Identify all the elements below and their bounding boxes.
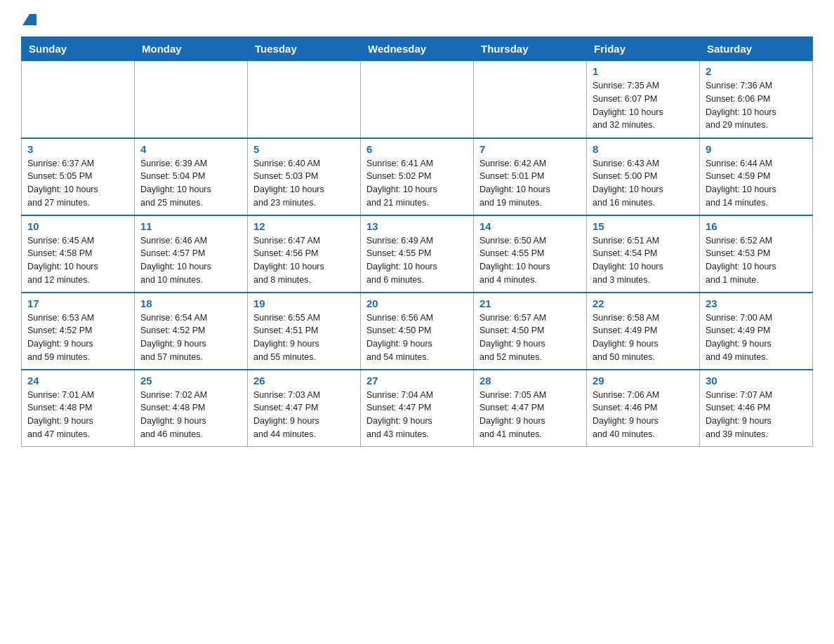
day-info: Sunrise: 6:44 AM Sunset: 4:59 PM Dayligh… — [706, 157, 807, 210]
calendar-cell — [361, 61, 474, 138]
calendar-cell: 9Sunrise: 6:44 AM Sunset: 4:59 PM Daylig… — [700, 138, 813, 215]
day-info: Sunrise: 7:05 AM Sunset: 4:47 PM Dayligh… — [479, 389, 581, 441]
calendar-week-row: 24Sunrise: 7:01 AM Sunset: 4:48 PM Dayli… — [22, 370, 813, 447]
calendar-cell: 28Sunrise: 7:05 AM Sunset: 4:47 PM Dayli… — [474, 370, 587, 447]
calendar-cell: 18Sunrise: 6:54 AM Sunset: 4:52 PM Dayli… — [135, 293, 248, 370]
day-number: 18 — [140, 297, 241, 309]
weekday-header-friday: Friday — [587, 37, 700, 61]
day-number: 17 — [27, 297, 128, 309]
day-number: 12 — [253, 220, 355, 232]
day-number: 28 — [479, 375, 581, 387]
day-info: Sunrise: 6:56 AM Sunset: 4:50 PM Dayligh… — [366, 311, 468, 364]
weekday-header-thursday: Thursday — [474, 37, 587, 61]
calendar-cell: 7Sunrise: 6:42 AM Sunset: 5:01 PM Daylig… — [474, 138, 587, 215]
day-info: Sunrise: 6:57 AM Sunset: 4:50 PM Dayligh… — [479, 311, 581, 364]
calendar-cell: 29Sunrise: 7:06 AM Sunset: 4:46 PM Dayli… — [587, 370, 700, 447]
page-header — [21, 14, 813, 24]
day-info: Sunrise: 7:00 AM Sunset: 4:49 PM Dayligh… — [706, 311, 807, 364]
day-info: Sunrise: 7:35 AM Sunset: 6:07 PM Dayligh… — [593, 79, 694, 132]
calendar-cell: 12Sunrise: 6:47 AM Sunset: 4:56 PM Dayli… — [248, 215, 361, 293]
day-number: 2 — [706, 65, 807, 77]
calendar-cell: 25Sunrise: 7:02 AM Sunset: 4:48 PM Dayli… — [135, 370, 248, 447]
day-info: Sunrise: 6:58 AM Sunset: 4:49 PM Dayligh… — [593, 311, 694, 364]
calendar-week-row: 1Sunrise: 7:35 AM Sunset: 6:07 PM Daylig… — [22, 61, 813, 138]
weekday-header-saturday: Saturday — [700, 37, 813, 61]
day-number: 4 — [140, 143, 241, 155]
day-number: 27 — [366, 375, 468, 387]
calendar-cell: 24Sunrise: 7:01 AM Sunset: 4:48 PM Dayli… — [22, 370, 135, 447]
weekday-header-wednesday: Wednesday — [361, 37, 474, 61]
day-number: 21 — [479, 297, 581, 309]
day-info: Sunrise: 6:51 AM Sunset: 4:54 PM Dayligh… — [593, 234, 694, 287]
day-number: 20 — [366, 297, 468, 309]
day-number: 19 — [253, 297, 355, 309]
calendar-cell: 21Sunrise: 6:57 AM Sunset: 4:50 PM Dayli… — [474, 293, 587, 370]
day-info: Sunrise: 6:53 AM Sunset: 4:52 PM Dayligh… — [27, 311, 128, 364]
day-info: Sunrise: 6:50 AM Sunset: 4:55 PM Dayligh… — [479, 234, 581, 287]
day-info: Sunrise: 6:45 AM Sunset: 4:58 PM Dayligh… — [27, 234, 128, 287]
day-info: Sunrise: 7:06 AM Sunset: 4:46 PM Dayligh… — [593, 389, 694, 441]
calendar-week-row: 3Sunrise: 6:37 AM Sunset: 5:05 PM Daylig… — [22, 138, 813, 215]
calendar-cell: 6Sunrise: 6:41 AM Sunset: 5:02 PM Daylig… — [361, 138, 474, 215]
day-number: 29 — [593, 375, 694, 387]
day-info: Sunrise: 6:42 AM Sunset: 5:01 PM Dayligh… — [479, 157, 581, 210]
calendar-table: SundayMondayTuesdayWednesdayThursdayFrid… — [21, 36, 813, 447]
calendar-cell: 16Sunrise: 6:52 AM Sunset: 4:53 PM Dayli… — [700, 215, 813, 293]
day-info: Sunrise: 7:04 AM Sunset: 4:47 PM Dayligh… — [366, 389, 468, 441]
day-number: 9 — [706, 143, 807, 155]
day-number: 6 — [366, 143, 468, 155]
day-info: Sunrise: 6:52 AM Sunset: 4:53 PM Dayligh… — [706, 234, 807, 287]
weekday-header-sunday: Sunday — [22, 37, 135, 61]
day-info: Sunrise: 6:39 AM Sunset: 5:04 PM Dayligh… — [140, 157, 241, 210]
weekday-header-row: SundayMondayTuesdayWednesdayThursdayFrid… — [22, 37, 813, 61]
calendar-cell — [474, 61, 587, 138]
day-number: 13 — [366, 220, 468, 232]
day-info: Sunrise: 6:46 AM Sunset: 4:57 PM Dayligh… — [140, 234, 241, 287]
calendar-cell: 22Sunrise: 6:58 AM Sunset: 4:49 PM Dayli… — [587, 293, 700, 370]
day-number: 14 — [479, 220, 581, 232]
day-info: Sunrise: 7:02 AM Sunset: 4:48 PM Dayligh… — [140, 389, 241, 441]
day-info: Sunrise: 7:01 AM Sunset: 4:48 PM Dayligh… — [27, 389, 128, 441]
day-info: Sunrise: 6:37 AM Sunset: 5:05 PM Dayligh… — [27, 157, 128, 210]
calendar-cell: 30Sunrise: 7:07 AM Sunset: 4:46 PM Dayli… — [700, 370, 813, 447]
weekday-header-monday: Monday — [135, 37, 248, 61]
day-info: Sunrise: 6:47 AM Sunset: 4:56 PM Dayligh… — [253, 234, 355, 287]
calendar-cell: 8Sunrise: 6:43 AM Sunset: 5:00 PM Daylig… — [587, 138, 700, 215]
day-info: Sunrise: 6:55 AM Sunset: 4:51 PM Dayligh… — [253, 311, 355, 364]
calendar-cell: 26Sunrise: 7:03 AM Sunset: 4:47 PM Dayli… — [248, 370, 361, 447]
day-number: 30 — [706, 375, 807, 387]
calendar-cell: 3Sunrise: 6:37 AM Sunset: 5:05 PM Daylig… — [22, 138, 135, 215]
day-info: Sunrise: 7:07 AM Sunset: 4:46 PM Dayligh… — [706, 389, 807, 441]
day-number: 11 — [140, 220, 241, 232]
calendar-cell: 2Sunrise: 7:36 AM Sunset: 6:06 PM Daylig… — [700, 61, 813, 138]
calendar-cell — [248, 61, 361, 138]
day-number: 7 — [479, 143, 581, 155]
day-number: 3 — [27, 143, 128, 155]
calendar-week-row: 17Sunrise: 6:53 AM Sunset: 4:52 PM Dayli… — [22, 293, 813, 370]
day-number: 23 — [706, 297, 807, 309]
logo — [21, 14, 37, 24]
calendar-cell: 17Sunrise: 6:53 AM Sunset: 4:52 PM Dayli… — [22, 293, 135, 370]
calendar-cell: 15Sunrise: 6:51 AM Sunset: 4:54 PM Dayli… — [587, 215, 700, 293]
day-number: 24 — [27, 375, 128, 387]
calendar-cell: 14Sunrise: 6:50 AM Sunset: 4:55 PM Dayli… — [474, 215, 587, 293]
day-info: Sunrise: 6:54 AM Sunset: 4:52 PM Dayligh… — [140, 311, 241, 364]
day-info: Sunrise: 7:36 AM Sunset: 6:06 PM Dayligh… — [706, 79, 807, 132]
calendar-cell: 27Sunrise: 7:04 AM Sunset: 4:47 PM Dayli… — [361, 370, 474, 447]
calendar-week-row: 10Sunrise: 6:45 AM Sunset: 4:58 PM Dayli… — [22, 215, 813, 293]
day-number: 8 — [593, 143, 694, 155]
calendar-cell — [22, 61, 135, 138]
calendar-cell: 1Sunrise: 7:35 AM Sunset: 6:07 PM Daylig… — [587, 61, 700, 138]
calendar-cell: 23Sunrise: 7:00 AM Sunset: 4:49 PM Dayli… — [700, 293, 813, 370]
day-number: 16 — [706, 220, 807, 232]
day-number: 25 — [140, 375, 241, 387]
day-info: Sunrise: 7:03 AM Sunset: 4:47 PM Dayligh… — [253, 389, 355, 441]
day-number: 22 — [593, 297, 694, 309]
day-number: 10 — [27, 220, 128, 232]
calendar-cell — [135, 61, 248, 138]
day-number: 15 — [593, 220, 694, 232]
day-info: Sunrise: 6:40 AM Sunset: 5:03 PM Dayligh… — [253, 157, 355, 210]
calendar-cell: 11Sunrise: 6:46 AM Sunset: 4:57 PM Dayli… — [135, 215, 248, 293]
calendar-cell: 13Sunrise: 6:49 AM Sunset: 4:55 PM Dayli… — [361, 215, 474, 293]
weekday-header-tuesday: Tuesday — [248, 37, 361, 61]
